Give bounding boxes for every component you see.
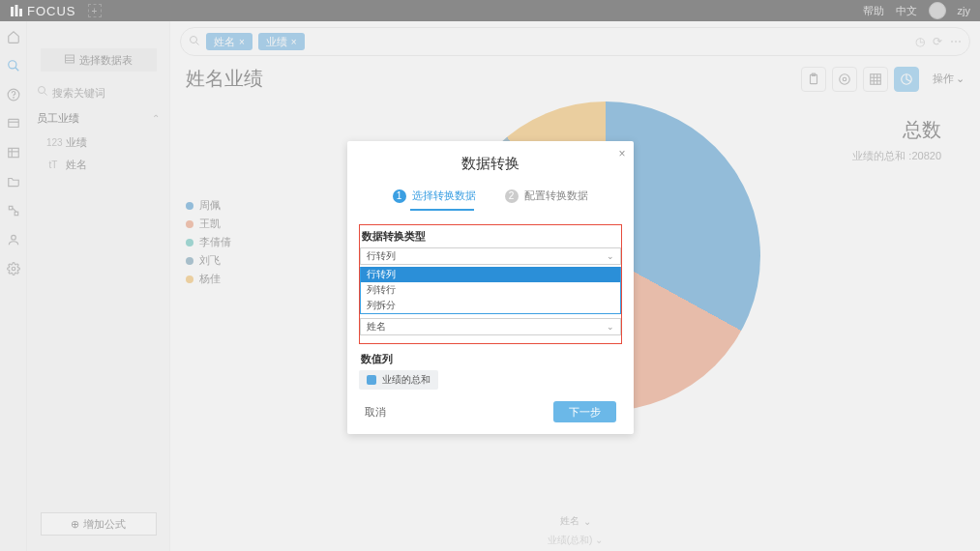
transform-type-dropdown: 行转列 列转行 列拆分 bbox=[360, 267, 621, 314]
modal-actions: 取消 下一步 bbox=[347, 390, 634, 422]
data-transform-modal: × 数据转换 1选择转换数据 2配置转换数据 数据转换类型 行转列 ⌄ 行转列 … bbox=[347, 141, 634, 434]
dropdown-option[interactable]: 列转行 bbox=[361, 282, 620, 298]
modal-title: 数据转换 bbox=[347, 155, 634, 173]
name-column-select[interactable]: 姓名 ⌄ bbox=[360, 318, 621, 335]
step-indicator bbox=[410, 209, 474, 211]
close-icon[interactable]: × bbox=[618, 147, 625, 160]
cancel-button[interactable]: 取消 bbox=[365, 405, 386, 420]
highlighted-section: 数据转换类型 行转列 ⌄ 行转列 列转行 列拆分 姓名 ⌄ bbox=[359, 224, 622, 344]
value-column-label: 数值列 bbox=[359, 352, 622, 366]
next-button[interactable]: 下一步 bbox=[553, 401, 616, 422]
step-1[interactable]: 1选择转换数据 bbox=[393, 188, 476, 203]
dropdown-option[interactable]: 行转列 bbox=[361, 267, 620, 282]
chevron-down-icon: ⌄ bbox=[607, 322, 614, 332]
value-chip[interactable]: 业绩的总和 bbox=[359, 370, 438, 390]
modal-overlay: × 数据转换 1选择转换数据 2配置转换数据 数据转换类型 行转列 ⌄ 行转列 … bbox=[0, 0, 980, 551]
checkbox-icon bbox=[367, 375, 376, 385]
transform-type-select[interactable]: 行转列 ⌄ bbox=[360, 247, 621, 265]
step-2[interactable]: 2配置转换数据 bbox=[505, 188, 588, 203]
dropdown-option[interactable]: 列拆分 bbox=[361, 298, 620, 313]
steps: 1选择转换数据 2配置转换数据 bbox=[347, 188, 634, 203]
type-label: 数据转换类型 bbox=[360, 229, 621, 244]
chevron-down-icon: ⌄ bbox=[607, 251, 614, 261]
